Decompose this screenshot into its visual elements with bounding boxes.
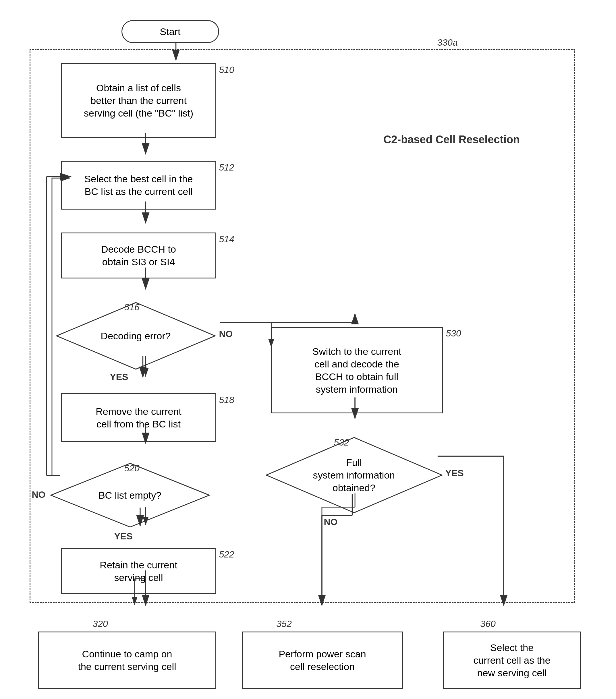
step-label-512: 512	[219, 162, 234, 173]
node-514: Decode BCCH to obtain SI3 or SI4	[61, 233, 216, 278]
yn-520-yes: YES	[114, 531, 133, 542]
node-532: Full system information obtained?	[265, 436, 443, 514]
node-320: Continue to camp on the current serving …	[38, 632, 216, 689]
node-360: Select the current cell as the new servi…	[443, 632, 581, 689]
step-label-320: 320	[93, 619, 108, 629]
step-label-360: 360	[481, 619, 496, 629]
step-label-520: 520	[124, 463, 140, 474]
section-title: C2-based Cell Reselection	[380, 132, 524, 147]
yn-520-no: NO	[32, 489, 46, 500]
node-522: Retain the current serving cell	[61, 548, 216, 594]
yn-516-yes: YES	[110, 372, 128, 382]
start-node: Start	[121, 20, 219, 43]
diagram-container: 330a C2-based Cell Reselection Start Obt…	[12, 12, 604, 686]
node-510: Obtain a list of cells better than the c…	[61, 63, 216, 138]
step-label-510: 510	[219, 65, 234, 75]
node-530: Switch to the current cell and decode th…	[271, 327, 443, 413]
step-label-522: 522	[219, 549, 234, 560]
step-label-532: 532	[334, 437, 349, 448]
step-label-530: 530	[446, 328, 461, 339]
node-352: Perform power scan cell reselection	[242, 632, 403, 689]
yn-532-no: NO	[324, 517, 338, 527]
step-label-352: 352	[277, 619, 292, 629]
yn-532-yes: YES	[445, 468, 464, 478]
node-518: Remove the current cell from the BC list	[61, 393, 216, 442]
step-label-516: 516	[124, 302, 140, 313]
yn-516-no: NO	[219, 329, 233, 339]
dashed-box-label: 330a	[437, 37, 458, 48]
step-label-518: 518	[219, 395, 234, 405]
step-label-514: 514	[219, 234, 234, 245]
node-512: Select the best cell in the BC list as t…	[61, 161, 216, 210]
